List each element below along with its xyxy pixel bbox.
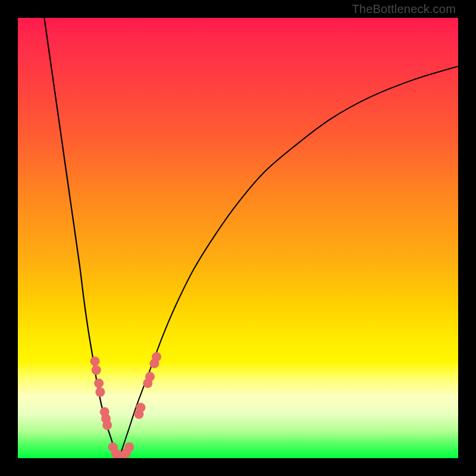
- curve-lines: [44, 18, 458, 458]
- data-marker: [92, 365, 101, 375]
- chart-frame: TheBottleneck.com: [0, 0, 476, 476]
- data-marker: [102, 421, 112, 430]
- plot-area: [18, 18, 458, 458]
- data-marker: [124, 443, 134, 452]
- curve-left: [44, 18, 119, 458]
- chart-svg: [18, 18, 458, 458]
- curve-right: [119, 66, 458, 458]
- data-marker: [136, 403, 145, 412]
- data-marker: [95, 387, 105, 397]
- data-marker: [90, 356, 100, 366]
- data-marker: [94, 378, 104, 388]
- data-marker: [152, 352, 161, 362]
- watermark-text: TheBottleneck.com: [352, 2, 456, 16]
- data-marker: [145, 372, 155, 381]
